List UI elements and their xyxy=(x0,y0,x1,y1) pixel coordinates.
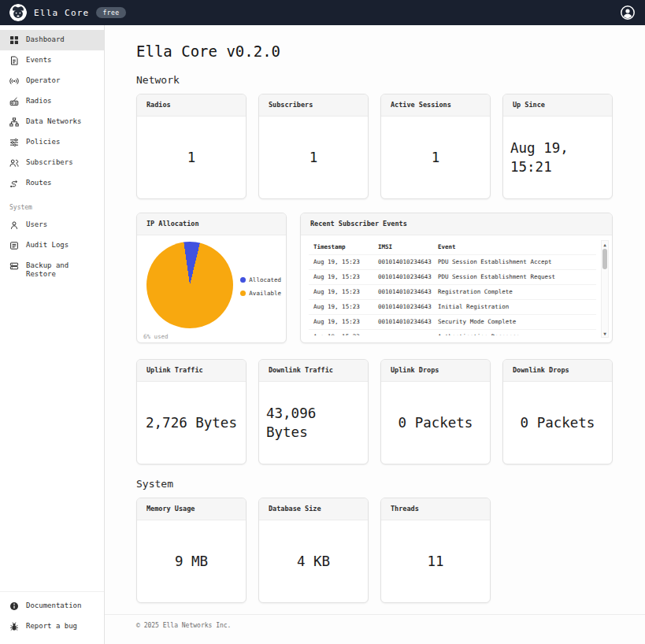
traffic-stats-row: Uplink Traffic 2,726 Bytes Downlink Traf… xyxy=(136,359,613,464)
stat-card-up-since: Up Since Aug 19, 15:21 xyxy=(502,94,613,199)
broadcast-icon xyxy=(9,76,19,86)
app-title: Ella Core xyxy=(34,8,89,18)
stat-value: Aug 19, 15:21 xyxy=(510,139,605,176)
stat-card-downlink-drops: Downlink Drops 0 Packets xyxy=(502,359,613,464)
cell-event: PDU Session Establishment Request xyxy=(433,270,596,285)
sidebar-item-label: Backup and Restore xyxy=(26,261,95,279)
cell-imsi: 001014010234643 xyxy=(373,300,433,315)
stat-card-uplink-drops: Uplink Drops 0 Packets xyxy=(380,359,491,464)
sidebar-item-label: Data Networks xyxy=(26,117,81,126)
cell-imsi xyxy=(373,330,433,336)
sidebar-item-audit-logs[interactable]: Audit Logs xyxy=(0,235,104,256)
ip-usage-label: 6% used xyxy=(143,333,169,340)
sidebar-item-report-bug[interactable]: Report a bug xyxy=(0,616,104,637)
dashboard-icon xyxy=(9,35,19,45)
card-title: Recent Subscriber Events xyxy=(301,213,612,235)
system-section-label: System xyxy=(136,478,613,490)
table-row: Aug 19, 15:23Authentication Response xyxy=(309,330,596,336)
page-title: Ella Core v0.2.0 xyxy=(136,41,613,61)
sidebar-item-documentation[interactable]: Documentation xyxy=(0,596,104,616)
sidebar-item-label: Documentation xyxy=(26,601,81,610)
backup-icon xyxy=(9,261,19,271)
ip-allocation-card: IP Allocation Allocated Available 6% use… xyxy=(136,213,287,343)
cell-event: Initial Registration xyxy=(433,300,596,315)
sidebar-item-radios[interactable]: Radios xyxy=(0,91,104,112)
route-icon xyxy=(9,179,19,188)
stat-value: 4 KB xyxy=(297,552,330,571)
cell-event: PDU Session Establishment Accept xyxy=(433,255,596,270)
sidebar-item-data-networks[interactable]: Data Networks xyxy=(0,112,104,132)
card-title: Subscribers xyxy=(259,94,368,117)
scroll-down-icon[interactable]: ▼ xyxy=(603,330,606,337)
table-row: Aug 19, 15:23001014010234643PDU Session … xyxy=(309,270,596,285)
sidebar-item-backup-restore[interactable]: Backup and Restore xyxy=(0,256,104,284)
table-row: Aug 19, 15:23001014010234643PDU Session … xyxy=(309,255,596,270)
events-scrollbar[interactable]: ▲ ▼ xyxy=(601,240,609,338)
sidebar-item-label: Subscribers xyxy=(26,158,73,167)
card-title: Active Sessions xyxy=(381,94,490,117)
table-row: Aug 19, 15:23001014010234643Initial Regi… xyxy=(309,300,596,315)
network-stats-row: Radios 1 Subscribers 1 Active Sessions 1… xyxy=(136,94,613,199)
user-icon xyxy=(9,220,19,230)
stat-card-radios: Radios 1 xyxy=(136,94,247,199)
card-title: IP Allocation xyxy=(137,213,286,235)
stat-value: 1 xyxy=(432,148,440,167)
sidebar-item-label: Policies xyxy=(26,138,60,146)
sidebar-item-label: Routes xyxy=(26,179,52,187)
cell-timestamp: Aug 19, 15:23 xyxy=(309,300,373,315)
card-title: Uplink Traffic xyxy=(137,360,246,382)
charts-row: IP Allocation Allocated Available 6% use… xyxy=(136,213,613,343)
stat-value: 1 xyxy=(187,148,196,167)
stat-card-database-size: Database Size 4 KB xyxy=(258,498,369,603)
sidebar-item-label: Operator xyxy=(26,76,60,85)
sidebar-item-label: Dashboard xyxy=(26,35,65,44)
scrollbar-thumb[interactable] xyxy=(602,249,607,269)
sidebar-item-dashboard[interactable]: Dashboard xyxy=(0,30,104,50)
stat-value: 0 Packets xyxy=(521,413,595,432)
cell-imsi: 001014010234643 xyxy=(373,285,433,300)
sidebar-footer: Documentation Report a bug xyxy=(0,591,104,644)
cell-timestamp: Aug 19, 15:23 xyxy=(309,330,373,336)
stat-value: 11 xyxy=(427,552,443,571)
info-icon xyxy=(9,601,19,611)
cell-timestamp: Aug 19, 15:23 xyxy=(309,285,373,300)
sidebar-item-operator[interactable]: Operator xyxy=(0,71,104,91)
cell-imsi: 001014010234643 xyxy=(373,270,433,285)
sidebar-item-events[interactable]: Events xyxy=(0,50,104,71)
col-event: Event xyxy=(433,240,596,255)
cell-event: Registration Complete xyxy=(433,285,596,300)
stat-card-memory-usage: Memory Usage 9 MB xyxy=(136,498,247,603)
main-content: Ella Core v0.2.0 Network Radios 1 Subscr… xyxy=(105,25,645,644)
sidebar-item-subscribers[interactable]: Subscribers xyxy=(0,153,104,173)
sidebar-item-label: Users xyxy=(26,220,47,229)
col-imsi: IMSI xyxy=(373,240,433,255)
cell-event: Security Mode Complete xyxy=(433,315,596,330)
pie-legend: Allocated Available xyxy=(240,276,281,297)
sidebar-item-label: Radios xyxy=(26,97,52,105)
stat-value: 2,726 Bytes xyxy=(146,413,237,432)
sidebar-item-users[interactable]: Users xyxy=(0,215,104,235)
sidebar-item-routes[interactable]: Routes xyxy=(0,173,104,194)
legend-item-available: Available xyxy=(240,290,281,297)
cell-imsi: 001014010234643 xyxy=(373,255,433,270)
events-table-body: Aug 19, 15:23001014010234643PDU Session … xyxy=(309,255,596,336)
card-title: Downlink Traffic xyxy=(259,360,368,382)
card-title: Database Size xyxy=(259,498,368,520)
account-button[interactable] xyxy=(620,5,636,20)
stat-value: 0 Packets xyxy=(398,413,473,432)
stat-card-active-sessions: Active Sessions 1 xyxy=(380,94,491,199)
cell-imsi: 001014010234643 xyxy=(373,315,433,330)
ip-allocation-pie xyxy=(146,242,233,328)
events-icon xyxy=(9,56,19,65)
sliders-icon xyxy=(9,138,19,147)
system-stats-row: Memory Usage 9 MB Database Size 4 KB Thr… xyxy=(136,498,613,603)
table-row: Aug 19, 15:23001014010234643Security Mod… xyxy=(309,315,596,330)
card-title: Memory Usage xyxy=(137,498,246,520)
scroll-up-icon[interactable]: ▲ xyxy=(603,241,606,248)
sidebar-item-label: Audit Logs xyxy=(26,241,69,250)
card-title: Threads xyxy=(381,498,490,520)
sidebar-item-policies[interactable]: Policies xyxy=(0,132,104,153)
sidebar-item-label: Events xyxy=(26,56,52,65)
legend-dot-allocated xyxy=(240,277,246,283)
legend-item-allocated: Allocated xyxy=(240,276,281,283)
